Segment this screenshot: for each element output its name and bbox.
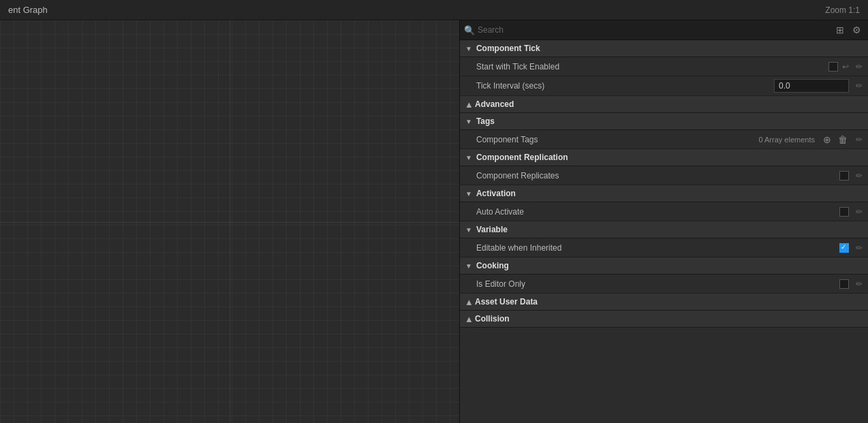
- section-title-collision: Collision: [475, 314, 510, 324]
- section-title-tags: Tags: [476, 116, 495, 126]
- section-header-tags[interactable]: ▼Tags: [460, 113, 868, 130]
- top-bar: ent Graph Zoom 1:1: [0, 0, 868, 20]
- array-count-component-tags: 0 Array elements: [758, 136, 815, 144]
- property-value-tick-interval: ✏: [774, 79, 863, 93]
- property-label-component-replicates: Component Replicates: [476, 171, 839, 181]
- property-row-start-tick-enabled: Start with Tick Enabled↩✏: [460, 57, 868, 76]
- property-value-editable-when-inherited: ✏: [839, 243, 863, 253]
- section-arrow-advanced: ▶: [465, 101, 472, 107]
- grid-view-button[interactable]: ⊞: [833, 23, 847, 37]
- edit-icon-is-editor-only[interactable]: ✏: [856, 279, 863, 289]
- section-title-asset-user-data: Asset User Data: [475, 297, 538, 307]
- edit-icon-auto-activate[interactable]: ✏: [856, 207, 863, 217]
- delete-array-button-component-tags[interactable]: 🗑: [837, 134, 849, 145]
- edit-icon-component-tags[interactable]: ✏: [856, 135, 863, 144]
- section-header-advanced[interactable]: ▶Advanced: [460, 96, 868, 113]
- property-row-component-replicates: Component Replicates✏: [460, 166, 868, 185]
- input-tick-interval[interactable]: [774, 79, 849, 93]
- search-icon: 🔍: [464, 25, 475, 35]
- property-label-is-editor-only: Is Editor Only: [476, 279, 839, 289]
- property-row-tick-interval: Tick Interval (secs)✏: [460, 76, 868, 96]
- property-label-tick-interval: Tick Interval (secs): [476, 81, 774, 91]
- add-array-button-component-tags[interactable]: ⊕: [822, 134, 833, 145]
- reset-icon-start-tick-enabled[interactable]: ↩: [842, 62, 849, 72]
- property-value-is-editor-only: ✏: [839, 279, 863, 289]
- search-input[interactable]: [478, 25, 831, 35]
- checkbox-start-tick-enabled[interactable]: [828, 62, 838, 72]
- property-value-component-replicates: ✏: [839, 171, 863, 181]
- property-label-component-tags: Component Tags: [476, 135, 758, 144]
- property-row-editable-when-inherited: Editable when Inherited✏: [460, 238, 868, 257]
- zoom-label: Zoom 1:1: [825, 5, 860, 15]
- property-value-auto-activate: ✏: [839, 207, 863, 217]
- search-actions: ⊞ ⚙: [833, 23, 864, 37]
- property-label-start-tick-enabled: Start with Tick Enabled: [476, 62, 828, 72]
- section-title-component-tick: Component Tick: [476, 44, 540, 53]
- checkbox-auto-activate[interactable]: [839, 207, 849, 217]
- property-label-auto-activate: Auto Activate: [476, 207, 839, 217]
- section-title-advanced: Advanced: [475, 99, 514, 109]
- section-header-cooking[interactable]: ▼Cooking: [460, 257, 868, 275]
- properties-panel[interactable]: ▼Component TickStart with Tick Enabled↩✏…: [460, 40, 868, 423]
- section-arrow-tags: ▼: [465, 118, 472, 125]
- right-panel: 🔍 ⊞ ⚙ ▼Component TickStart with Tick Ena…: [459, 20, 868, 423]
- property-value-component-tags: 0 Array elements⊕🗑✏: [758, 134, 863, 145]
- section-arrow-collision: ▶: [465, 316, 472, 322]
- search-bar: 🔍 ⊞ ⚙: [460, 20, 868, 40]
- graph-crosshair-v: [230, 20, 230, 423]
- edit-icon-editable-when-inherited[interactable]: ✏: [856, 243, 863, 253]
- settings-button[interactable]: ⚙: [850, 23, 864, 37]
- section-title-cooking: Cooking: [476, 261, 509, 270]
- app-title: ent Graph: [8, 5, 48, 15]
- section-header-activation[interactable]: ▼Activation: [460, 185, 868, 202]
- section-arrow-variable: ▼: [465, 226, 472, 234]
- section-arrow-component-tick: ▼: [465, 45, 472, 52]
- edit-icon-component-replicates[interactable]: ✏: [856, 171, 863, 181]
- section-title-component-replication: Component Replication: [476, 153, 568, 162]
- section-header-variable[interactable]: ▼Variable: [460, 221, 868, 238]
- edit-icon-tick-interval[interactable]: ✏: [856, 81, 863, 91]
- section-header-asset-user-data[interactable]: ▶Asset User Data: [460, 294, 868, 311]
- main-layout: 🔍 ⊞ ⚙ ▼Component TickStart with Tick Ena…: [0, 20, 868, 423]
- checkbox-component-replicates[interactable]: [839, 171, 849, 181]
- checkbox-editable-when-inherited[interactable]: [839, 243, 849, 253]
- section-title-activation: Activation: [476, 189, 516, 198]
- section-title-variable: Variable: [476, 225, 508, 234]
- property-row-component-tags: Component Tags0 Array elements⊕🗑✏: [460, 130, 868, 149]
- section-arrow-cooking: ▼: [465, 262, 472, 270]
- section-arrow-asset-user-data: ▶: [465, 299, 472, 304]
- property-row-is-editor-only: Is Editor Only✏: [460, 275, 868, 294]
- section-header-collision[interactable]: ▶Collision: [460, 311, 868, 328]
- edit-icon-start-tick-enabled[interactable]: ✏: [856, 62, 863, 72]
- section-arrow-component-replication: ▼: [465, 154, 472, 161]
- property-label-editable-when-inherited: Editable when Inherited: [476, 243, 839, 253]
- section-header-component-tick[interactable]: ▼Component Tick: [460, 40, 868, 57]
- property-value-start-tick-enabled: ↩✏: [828, 62, 863, 72]
- graph-area[interactable]: [0, 20, 459, 423]
- section-header-component-replication[interactable]: ▼Component Replication: [460, 149, 868, 166]
- checkbox-is-editor-only[interactable]: [839, 279, 849, 289]
- section-arrow-activation: ▼: [465, 190, 472, 198]
- property-row-auto-activate: Auto Activate✏: [460, 202, 868, 221]
